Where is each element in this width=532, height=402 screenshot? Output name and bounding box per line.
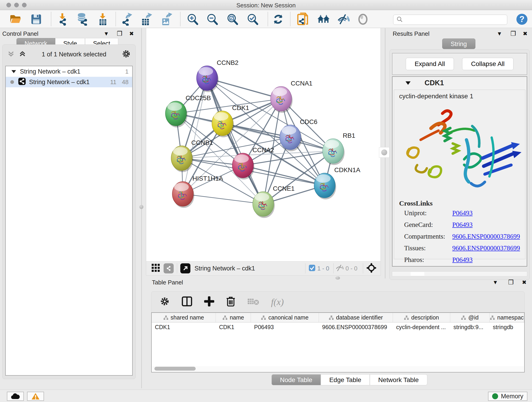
column-header-5[interactable]: @id bbox=[450, 313, 490, 322]
import-network-database-icon[interactable] bbox=[76, 13, 89, 26]
warning-button[interactable] bbox=[27, 392, 44, 401]
zoom-selected-icon[interactable] bbox=[246, 13, 259, 26]
crosslink-link[interactable]: P06493 bbox=[452, 209, 473, 217]
zoom-out-icon[interactable] bbox=[206, 13, 219, 26]
node-label-CCNE1: CCNE1 bbox=[273, 185, 295, 192]
control-panel-close-icon[interactable]: ✖ bbox=[129, 31, 134, 37]
help-icon[interactable]: ? bbox=[515, 13, 528, 26]
tab-node-table[interactable]: Node Table bbox=[272, 374, 321, 385]
selected-checkbox-icon[interactable] bbox=[309, 264, 316, 272]
column-header-3[interactable]: database identifier bbox=[319, 313, 393, 322]
network-canvas[interactable]: CCNB2CCNA1CDC25BCDK1CDC6RB1CCNB1CCNA2CDK… bbox=[146, 28, 381, 261]
table-panel-float-icon[interactable]: ❐ bbox=[508, 279, 514, 286]
node-CCNB1[interactable]: CCNB1 bbox=[171, 139, 213, 172]
share-file-icon[interactable] bbox=[297, 13, 309, 26]
edge-CCNB2-CCNE1[interactable] bbox=[207, 78, 263, 204]
crosslink-link[interactable]: P06493 bbox=[452, 256, 473, 264]
node-CCNE1[interactable]: CCNE1 bbox=[253, 185, 295, 218]
node-table[interactable]: shared namenamecanonical namedatabase id… bbox=[151, 313, 525, 372]
table-cell[interactable]: 9606.ENSP00000378699 bbox=[319, 322, 393, 332]
table-row[interactable]: CDK1CDK1P064939606.ENSP00000378699cyclin… bbox=[152, 322, 524, 332]
collection-disclosure-icon[interactable] bbox=[11, 68, 16, 75]
show-all-eye-icon[interactable] bbox=[356, 13, 369, 26]
tab-string[interactable]: String bbox=[442, 38, 475, 49]
network-collection-row[interactable]: String Network – cdk1 1 bbox=[6, 66, 132, 77]
crosslink-label: GeneCard: bbox=[404, 221, 452, 229]
string-view-icon[interactable] bbox=[164, 263, 174, 274]
crosshair-icon[interactable] bbox=[366, 263, 376, 274]
export-network-file-icon[interactable] bbox=[120, 13, 133, 26]
export-image-icon[interactable] bbox=[160, 13, 173, 26]
results-panel-float-icon[interactable]: ❐ bbox=[510, 30, 516, 37]
import-network-file-icon[interactable] bbox=[56, 13, 69, 26]
table-delete-icon[interactable] bbox=[226, 296, 235, 307]
control-panel-menu-icon[interactable]: ▼ bbox=[104, 31, 109, 37]
network-options-gear-icon[interactable] bbox=[122, 49, 131, 59]
memory-button[interactable]: Memory bbox=[488, 392, 527, 401]
svg-text:?: ? bbox=[519, 14, 525, 24]
birdseye-grid-icon[interactable] bbox=[151, 263, 160, 274]
column-header-1[interactable]: name bbox=[216, 313, 251, 322]
detach-view-icon[interactable] bbox=[180, 263, 190, 274]
node-label-CCNB2: CCNB2 bbox=[217, 59, 239, 66]
node-CDKN1A[interactable]: CDKN1A bbox=[314, 166, 360, 199]
save-session-icon[interactable] bbox=[30, 13, 43, 26]
table-cell[interactable]: P06493 bbox=[251, 322, 319, 332]
table-add-icon[interactable] bbox=[204, 296, 214, 307]
crosslink-link[interactable]: 9606.ENSP00000378699 bbox=[452, 233, 520, 240]
results-scrollbar[interactable] bbox=[392, 271, 527, 276]
zoom-fit-icon[interactable] bbox=[226, 13, 239, 26]
collapse-all-button[interactable]: Collapse All bbox=[462, 58, 513, 70]
control-panel-float-icon[interactable]: ❐ bbox=[117, 30, 122, 37]
node-label-CCNA2: CCNA2 bbox=[253, 147, 274, 153]
node-RB1[interactable]: RB1 bbox=[323, 132, 355, 165]
node-CCNB2[interactable]: CCNB2 bbox=[196, 59, 239, 92]
open-session-icon[interactable] bbox=[9, 13, 22, 26]
edge-HIST1H1A-CCNE1[interactable] bbox=[183, 194, 263, 204]
column-header-6[interactable]: namespac bbox=[490, 313, 524, 322]
table-columns-icon[interactable] bbox=[182, 296, 192, 307]
column-header-0[interactable]: shared name bbox=[152, 313, 216, 322]
tab-edge-table[interactable]: Edge Table bbox=[321, 374, 370, 385]
import-table-file-icon[interactable] bbox=[96, 13, 109, 26]
expand-all-button[interactable]: Expand All bbox=[406, 58, 454, 70]
table-cell[interactable]: CDK1 bbox=[216, 322, 251, 332]
table-cell[interactable]: CDK1 bbox=[152, 322, 216, 332]
toolbar-search[interactable] bbox=[393, 15, 507, 25]
collapse-all-networks-icon[interactable] bbox=[7, 50, 15, 59]
expand-all-networks-icon[interactable] bbox=[19, 50, 26, 59]
window-title: Session: New Session bbox=[0, 2, 532, 9]
right-splitter-handle[interactable] bbox=[379, 147, 389, 158]
network-row[interactable]: String Network – cdk1 11 48 bbox=[6, 77, 132, 87]
node-HIST1H1A[interactable]: HIST1H1A bbox=[172, 175, 223, 208]
table-cell[interactable]: cyclin-dependent ... bbox=[393, 322, 450, 332]
cloud-button[interactable] bbox=[7, 392, 24, 401]
node-label-HIST1H1A: HIST1H1A bbox=[192, 175, 223, 182]
column-header-4[interactable]: description bbox=[393, 313, 450, 322]
node-CCNA1[interactable]: CCNA1 bbox=[271, 80, 312, 113]
memory-status-dot bbox=[492, 393, 498, 399]
tab-network-table[interactable]: Network Table bbox=[370, 374, 427, 385]
refresh-icon[interactable] bbox=[272, 13, 285, 26]
status-bar: Memory bbox=[0, 390, 532, 402]
node-label-CCNB1: CCNB1 bbox=[191, 139, 213, 146]
search-input[interactable] bbox=[405, 17, 507, 23]
table-gear-icon[interactable] bbox=[160, 296, 170, 307]
crosslink-link[interactable]: 9606.ENSP00000378699 bbox=[452, 244, 520, 252]
crosslink-link[interactable]: P06493 bbox=[452, 221, 473, 229]
results-panel-menu-icon[interactable]: ▼ bbox=[497, 31, 502, 37]
table-cell[interactable]: stringdb bbox=[490, 322, 524, 332]
section-disclosure-icon[interactable] bbox=[405, 79, 411, 87]
table-scrollbar[interactable] bbox=[152, 366, 524, 371]
hide-selected-eye-icon[interactable] bbox=[337, 13, 350, 26]
hierarchy-icon bbox=[163, 315, 168, 320]
column-header-2[interactable]: canonical name bbox=[251, 313, 319, 322]
table-panel-menu-icon[interactable]: ▼ bbox=[493, 279, 498, 286]
homes-icon[interactable] bbox=[317, 13, 330, 26]
table-cell[interactable]: stringdb:9... bbox=[450, 322, 490, 332]
export-table-file-icon[interactable] bbox=[140, 13, 152, 26]
results-panel-close-icon[interactable]: ✖ bbox=[523, 31, 527, 37]
table-panel-close-icon[interactable]: ✖ bbox=[522, 279, 526, 286]
left-splitter-handle[interactable] bbox=[136, 202, 147, 212]
zoom-in-icon[interactable] bbox=[186, 13, 199, 26]
